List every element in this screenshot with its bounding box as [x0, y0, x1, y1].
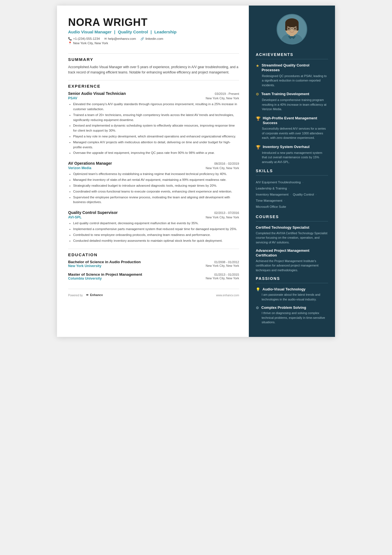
edu-1-school: New York University	[68, 264, 101, 268]
job-1-bullets: Elevated the company's A/V quality stand…	[68, 102, 239, 156]
skill-2: Leadership & Training	[256, 187, 287, 190]
svg-text:Enhancv: Enhancv	[90, 293, 103, 297]
ach-1-header: ★ Streamlined Quality Control Processes	[256, 63, 328, 73]
ach-2-header: ⚙ Team Training Development	[256, 92, 328, 97]
passion-1-header: 💡 Audio-Visual Technology	[256, 287, 328, 292]
passion-1-text: I am passionate about the latest trends …	[256, 292, 328, 302]
achievements-divider	[256, 59, 328, 59]
edu-2-location: New York City, New York	[206, 277, 239, 280]
summary-text: Accomplished Audio Visual Manager with o…	[68, 65, 239, 75]
courses-divider	[256, 221, 328, 221]
skills-list: A/V Equipment Troubleshooting · Leadersh…	[256, 179, 328, 210]
ach-4-text: Introduced a new parts management system…	[256, 151, 328, 164]
header-section: NORA WRIGHT Audio Visual Manager | Quali…	[68, 17, 239, 45]
achievement-1: ★ Streamlined Quality Control Processes …	[256, 63, 328, 87]
title-part-1: Audio Visual Manager	[68, 29, 111, 34]
title-part-2: Quality Control	[118, 29, 148, 34]
svg-point-11	[294, 28, 296, 29]
ach-2-title: Team Training Development	[261, 92, 309, 97]
ach-3-title: High-Profile Event Management Success	[263, 116, 328, 125]
bullet: Contributed to new employee onboarding p…	[73, 233, 239, 238]
passion-2-title: Complex Problem Solving	[261, 305, 306, 310]
right-column: ACHIEVEMENTS ★ Streamlined Quality Contr…	[249, 6, 335, 337]
candidate-name: NORA WRIGHT	[68, 17, 239, 28]
course-2: Advanced Project Management Certificatio…	[256, 248, 328, 272]
location-icon: 📍	[68, 41, 72, 45]
bullet: Elevated the company's A/V quality stand…	[73, 102, 239, 112]
course-1: Certified Technology Specialist Complete…	[256, 225, 328, 245]
email-item: ✉ help@enhancv.com	[104, 37, 136, 41]
job-3-role: Quality Control Supervisor	[68, 210, 118, 215]
bullet: Managed complex A/V projects with meticu…	[73, 140, 239, 150]
edu-1: Bachelor of Science in Audio Production …	[68, 260, 239, 268]
skill-6: Microsoft Office Suite	[256, 205, 286, 208]
job-2: AV Operations Manager 08/2016 - 02/2019 …	[68, 161, 239, 205]
edu-1-date: 01/2008 - 01/2012	[214, 260, 239, 264]
job-1-company: PSAV	[68, 96, 77, 100]
puzzle-icon: ⚙	[256, 306, 259, 310]
email-icon: ✉	[104, 37, 107, 41]
candidate-title: Audio Visual Manager | Quality Control |…	[68, 29, 239, 34]
bullet: Led quality control department, decreasi…	[73, 221, 239, 226]
passion-2-header: ⚙ Complex Problem Solving	[256, 305, 328, 310]
location-info: 📍 New York City, New York	[68, 41, 239, 45]
footer-website: www.enhancv.com	[216, 294, 239, 297]
skill-1: A/V Equipment Troubleshooting	[256, 181, 301, 184]
course-1-text: Completed the AVIXA Certified Technology…	[256, 231, 328, 245]
job-1-role: Senior Audio Visual Technician	[68, 91, 126, 96]
job-1: Senior Audio Visual Technician 03/2019 -…	[68, 91, 239, 156]
passion-2-text: I thrive on diagnosing and solving compl…	[256, 311, 328, 325]
bullet: Supervised the employee performance revi…	[73, 195, 239, 205]
title-part-3: Leadership	[154, 29, 177, 34]
powered-by-label: Powered by	[68, 294, 83, 297]
job-2-bullets: Optimized team's effectiveness by establ…	[68, 172, 239, 205]
gear-icon: ⚙	[256, 92, 259, 96]
achievement-4: 🏆 Inventory System Overhaul Introduced a…	[256, 145, 328, 164]
job-3-header: Quality Control Supervisor 02/2013 - 07/…	[68, 210, 239, 215]
experience-title: EXPERIENCE	[68, 84, 239, 88]
email-address: help@enhancv.com	[108, 37, 136, 40]
job-1-header: Senior Audio Visual Technician 03/2019 -…	[68, 91, 239, 96]
job-2-role: AV Operations Manager	[68, 161, 112, 166]
ach-3-header: 🏆 High-Profile Event Management Success	[256, 116, 328, 125]
contact-info: 📞 +1-(234)-555-1234 ✉ help@enhancv.com 🔗…	[68, 37, 239, 41]
ach-4-title: Inventory System Overhaul	[263, 145, 309, 149]
phone-item: 📞 +1-(234)-555-1234	[68, 37, 100, 41]
job-2-header: AV Operations Manager 08/2016 - 02/2019	[68, 161, 239, 166]
job-2-subline: Verizon Media New York City, New York	[68, 166, 239, 170]
ach-1-text: Redesigned QC procedures at PSAV, leadin…	[256, 74, 328, 88]
bullet: Optimized team's effectiveness by establ…	[73, 172, 239, 177]
left-column: NORA WRIGHT Audio Visual Manager | Quali…	[57, 6, 249, 337]
passion-1-title: Audio-Visual Technology	[262, 287, 306, 291]
skill-4: Quality Control	[293, 193, 314, 196]
ach-2-text: Developed a comprehensive training progr…	[256, 98, 328, 112]
edu-1-subline: New York University New York City, New Y…	[68, 264, 239, 268]
edu-2: Master of Science in Project Management …	[68, 272, 239, 280]
skill-3: Inventory Management	[256, 193, 289, 196]
dot: ·	[289, 193, 292, 196]
achievements-title: ACHIEVEMENTS	[256, 52, 328, 57]
title-sep-1: |	[114, 29, 116, 34]
experience-divider	[68, 80, 239, 80]
job-1-date: 03/2019 - Present	[215, 92, 239, 95]
edu-1-header: Bachelor of Science in Audio Production …	[68, 260, 239, 264]
bullet: Trained a team of 20+ technicians, ensur…	[73, 113, 239, 123]
footer-brand: Powered by Enhancv	[68, 292, 107, 298]
title-sep-2: |	[151, 29, 153, 34]
star-icon: ★	[256, 63, 259, 68]
bullet: Coordinated with cross-functional teams …	[73, 189, 239, 194]
phone-number: +1-(234)-555-1234	[73, 37, 100, 40]
enhancv-logo: Enhancv	[85, 292, 107, 298]
passions-divider	[256, 283, 328, 283]
edu-2-degree: Master of Science in Project Management	[68, 272, 142, 277]
photo-area	[256, 14, 328, 45]
summary-title: SUMMARY	[68, 57, 239, 62]
course-2-title: Advanced Project Management Certificatio…	[256, 248, 328, 258]
job-3: Quality Control Supervisor 02/2013 - 07/…	[68, 210, 239, 243]
passion-2: ⚙ Complex Problem Solving I thrive on di…	[256, 305, 328, 325]
footer: Powered by Enhancv www.enhancv.com	[68, 289, 239, 298]
job-1-location: New York City, New York	[206, 97, 239, 100]
edu-1-location: New York City, New York	[206, 264, 239, 268]
profile-photo	[277, 14, 307, 45]
ach-3-text: Successfully delivered A/V services for …	[256, 126, 328, 140]
